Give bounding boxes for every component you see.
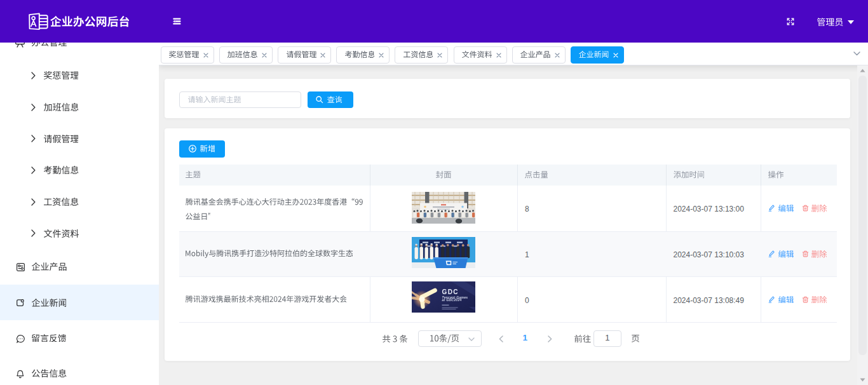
svg-text:at GDC2024: at GDC2024: [442, 298, 462, 302]
